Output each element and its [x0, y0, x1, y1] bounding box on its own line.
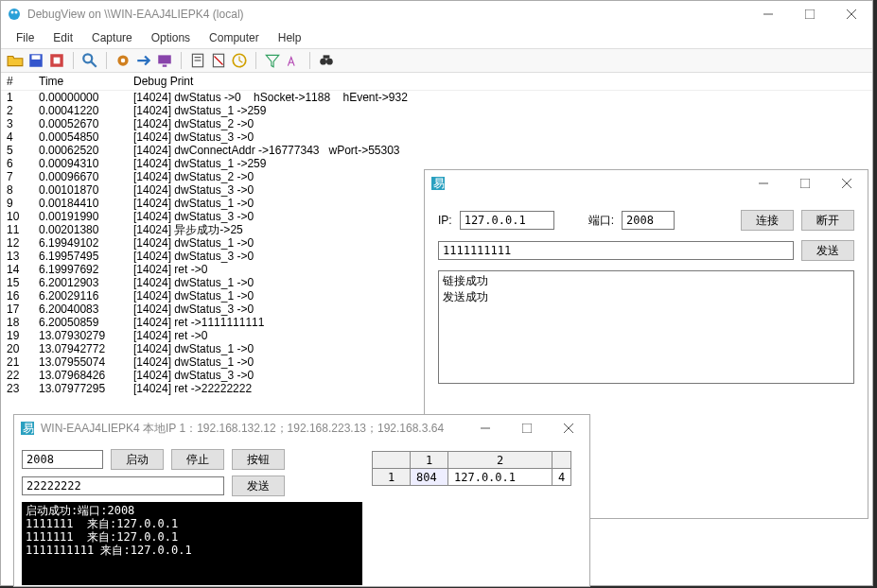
- connect-button[interactable]: 连接: [741, 210, 794, 231]
- log-row[interactable]: 10.00000000[14024] dwStatus ->0 hSocket-…: [7, 91, 867, 104]
- minimize-button[interactable]: [743, 170, 784, 197]
- binoculars-icon[interactable]: [318, 52, 335, 69]
- svg-text:易: 易: [433, 177, 445, 190]
- menu-computer[interactable]: Computer: [200, 29, 269, 46]
- th-2[interactable]: 2: [448, 452, 553, 469]
- log-row[interactable]: 60.00094310[14024] dwStatus_1 ->259: [7, 157, 867, 170]
- menubar: File Edit Capture Options Computer Help: [1, 27, 872, 48]
- arrow-right-icon[interactable]: [135, 52, 152, 69]
- connections-table[interactable]: 1 2 1 804 127.0.0.1 4: [372, 451, 571, 486]
- menu-capture[interactable]: Capture: [82, 29, 142, 46]
- maximize-button[interactable]: [784, 170, 826, 197]
- minimize-button[interactable]: [747, 1, 789, 27]
- open-icon[interactable]: [7, 52, 24, 69]
- cell-id[interactable]: 804: [411, 469, 448, 486]
- save-icon[interactable]: [27, 52, 44, 69]
- menu-help[interactable]: Help: [269, 29, 311, 46]
- svg-text:易: 易: [23, 422, 34, 435]
- client-titlebar[interactable]: 易: [425, 170, 868, 197]
- svg-point-11: [83, 54, 92, 62]
- th-blank[interactable]: [373, 452, 411, 469]
- log-row[interactable]: 40.00054850[14024] dwStatus_3 ->0: [7, 130, 867, 144]
- log-row[interactable]: 20.00041220[14024] dwStatus_1 ->259: [7, 104, 867, 117]
- svg-point-14: [121, 59, 126, 63]
- start-button[interactable]: 启动: [111, 449, 164, 470]
- ip-label: IP:: [438, 214, 452, 227]
- monitor-icon[interactable]: [156, 52, 173, 69]
- close-button[interactable]: [826, 170, 868, 197]
- find-icon[interactable]: [81, 52, 98, 69]
- gear-icon[interactable]: [114, 52, 132, 69]
- port-input[interactable]: [622, 211, 675, 230]
- toolbar: [1, 48, 872, 73]
- svg-rect-29: [800, 179, 810, 188]
- send-button[interactable]: 发送: [801, 240, 854, 261]
- menu-options[interactable]: Options: [142, 29, 200, 46]
- capture-icon[interactable]: [48, 52, 65, 69]
- window-title: DebugView on \\WIN-EAAJ4LIEPK4 (local): [27, 8, 244, 21]
- debugview-titlebar[interactable]: DebugView on \\WIN-EAAJ4LIEPK4 (local): [1, 1, 872, 27]
- cell-ip[interactable]: 127.0.0.1: [448, 469, 553, 486]
- th-1[interactable]: 1: [411, 452, 448, 469]
- maximize-button[interactable]: [789, 1, 831, 27]
- ip-input[interactable]: [460, 211, 554, 230]
- server-port-input[interactable]: [22, 450, 103, 469]
- svg-point-23: [320, 59, 326, 65]
- minimize-button[interactable]: [465, 415, 506, 441]
- disconnect-button[interactable]: 断开: [801, 210, 854, 231]
- svg-point-1: [11, 11, 14, 14]
- clock-icon[interactable]: [231, 52, 248, 69]
- svg-line-12: [91, 61, 96, 67]
- generic-button[interactable]: 按钮: [232, 449, 285, 470]
- client-log[interactable]: 链接成功 发送成功: [438, 270, 854, 384]
- clear-icon[interactable]: [210, 52, 227, 69]
- svg-line-21: [215, 57, 223, 65]
- svg-rect-25: [324, 55, 330, 58]
- app-icon: 易: [430, 176, 446, 191]
- app-icon: [7, 7, 22, 22]
- col-time[interactable]: Time: [39, 75, 133, 88]
- close-button[interactable]: [548, 415, 589, 441]
- server-send-button[interactable]: 发送: [232, 476, 285, 496]
- server-window: 易 WIN-EAAJ4LIEPK4 本地IP 1：192.168.132.12；…: [13, 414, 590, 587]
- stop-button[interactable]: 停止: [171, 449, 224, 470]
- svg-rect-16: [163, 65, 167, 67]
- server-console[interactable]: 启动成功:端口:2008 1111111 来自:127.0.0.1 111111…: [22, 502, 362, 585]
- port-label: 端口:: [588, 213, 614, 229]
- window-title: WIN-EAAJ4LIEPK4 本地IP 1：192.168.132.12；19…: [41, 421, 444, 437]
- svg-rect-35: [522, 424, 532, 433]
- server-message-input[interactable]: [22, 476, 224, 495]
- highlight-icon[interactable]: [285, 52, 302, 69]
- svg-rect-4: [805, 9, 815, 19]
- svg-rect-10: [54, 58, 61, 64]
- svg-rect-15: [158, 55, 171, 63]
- svg-point-0: [9, 9, 20, 20]
- log-row[interactable]: 30.00052670[14024] dwStatus_2 ->0: [7, 117, 867, 130]
- table-row[interactable]: 1 804 127.0.0.1 4: [373, 469, 571, 486]
- svg-rect-8: [32, 55, 41, 60]
- close-button[interactable]: [831, 1, 872, 27]
- svg-point-2: [15, 11, 18, 14]
- log-row[interactable]: 50.00062520[14024] dwConnectAddr ->16777…: [7, 144, 867, 157]
- maximize-button[interactable]: [506, 415, 548, 441]
- message-input[interactable]: [438, 241, 794, 260]
- filter-icon[interactable]: [264, 52, 281, 69]
- scroll-icon[interactable]: [189, 52, 206, 69]
- menu-edit[interactable]: Edit: [44, 29, 82, 46]
- svg-point-24: [326, 59, 333, 65]
- col-num[interactable]: #: [7, 75, 39, 88]
- cell-extra[interactable]: 4: [553, 469, 571, 486]
- row-header: 1: [373, 469, 411, 486]
- menu-file[interactable]: File: [7, 29, 44, 46]
- th-3[interactable]: [553, 452, 571, 469]
- col-debug[interactable]: Debug Print: [133, 75, 867, 88]
- server-titlebar[interactable]: 易 WIN-EAAJ4LIEPK4 本地IP 1：192.168.132.12；…: [14, 415, 589, 441]
- app-icon: 易: [20, 421, 35, 436]
